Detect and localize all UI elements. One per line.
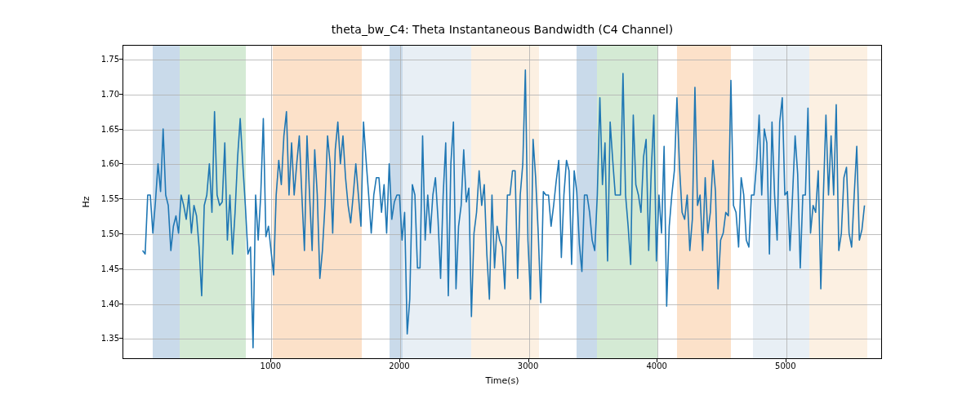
chart-title: theta_bw_C4: Theta Instantaneous Bandwid…	[122, 23, 882, 36]
y-tick-label: 1.55	[98, 194, 119, 203]
y-tick-label: 1.70	[98, 89, 119, 98]
line-series	[123, 46, 881, 358]
x-tick-mark	[399, 359, 400, 362]
y-tick-label: 1.40	[98, 299, 119, 308]
y-tick-label: 1.60	[98, 159, 119, 168]
x-tick-label: 4000	[646, 361, 666, 370]
line-path	[143, 70, 865, 348]
x-tick-label: 5000	[775, 361, 795, 370]
x-axis-label: Time(s)	[122, 375, 882, 386]
y-tick-label: 1.50	[98, 229, 119, 238]
x-tick-mark	[786, 359, 786, 362]
x-tick-label: 2000	[389, 361, 409, 370]
y-tick-label: 1.35	[98, 334, 119, 343]
y-tick-label: 1.45	[98, 264, 119, 273]
plot-area	[122, 45, 882, 359]
y-tick-label: 1.65	[98, 124, 119, 133]
x-tick-mark	[657, 359, 657, 362]
x-tick-label: 1000	[261, 361, 281, 370]
figure: theta_bw_C4: Theta Instantaneous Bandwid…	[0, 0, 980, 408]
x-tick-label: 3000	[518, 361, 538, 370]
x-tick-mark	[270, 359, 271, 362]
y-tick-label: 1.75	[98, 55, 119, 64]
y-axis-label: Hz	[80, 45, 91, 359]
x-tick-mark	[528, 359, 529, 362]
